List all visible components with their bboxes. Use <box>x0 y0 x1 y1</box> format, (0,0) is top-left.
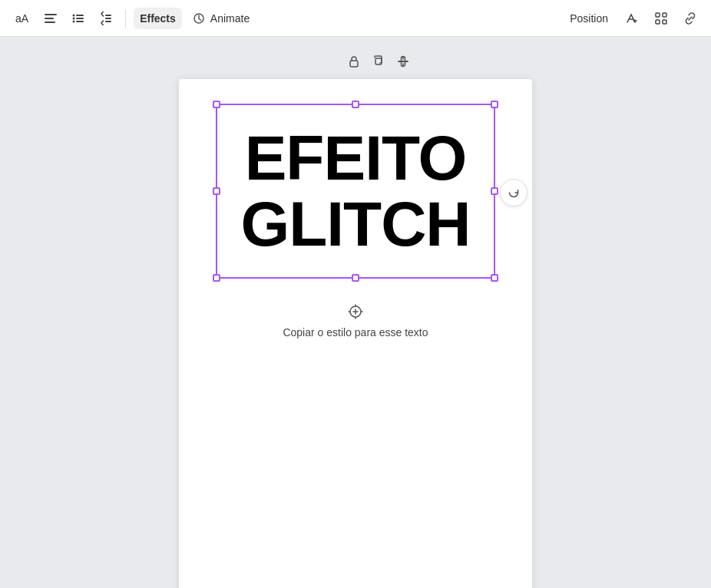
lock-icon <box>348 55 360 68</box>
svg-rect-19 <box>398 61 408 62</box>
svg-rect-9 <box>105 15 111 16</box>
toolbar: aA <box>0 0 711 37</box>
copy-style-button[interactable] <box>347 303 364 320</box>
svg-rect-10 <box>105 18 111 19</box>
glitch-text-block: EFEITO GLITCH <box>222 110 488 273</box>
svg-point-3 <box>73 14 75 16</box>
copy-style-label: Copiar o estilo para esse texto <box>283 326 428 339</box>
svg-rect-2 <box>45 21 55 23</box>
glitch-line-1: EFEITO <box>240 125 470 191</box>
svg-rect-16 <box>663 20 666 24</box>
glitch-line-2: GLITCH <box>240 191 470 257</box>
handle-bottom-right[interactable] <box>491 274 498 282</box>
canvas-top-actions <box>343 52 414 73</box>
svg-point-5 <box>73 17 75 19</box>
duplicate-button[interactable] <box>368 52 389 73</box>
svg-rect-4 <box>76 15 84 16</box>
effects-label: Effects <box>140 12 176 25</box>
list-icon <box>71 12 85 25</box>
lock-button[interactable] <box>343 52 365 73</box>
main-canvas-area: EFEITO GLITCH <box>0 37 711 588</box>
position-button[interactable]: Position <box>564 8 614 29</box>
grid-icon <box>654 12 668 25</box>
text-element[interactable]: EFEITO GLITCH <box>222 110 488 273</box>
animate-button[interactable]: Animate <box>187 8 256 29</box>
copy-style-icon <box>347 303 364 320</box>
svg-rect-11 <box>105 21 111 22</box>
svg-rect-14 <box>663 13 666 17</box>
effects-button[interactable]: Effects <box>134 8 182 29</box>
position-label: Position <box>570 12 608 25</box>
svg-rect-0 <box>45 14 57 15</box>
handle-middle-right[interactable] <box>491 187 498 195</box>
link-icon <box>683 12 697 25</box>
font-size-label: aA <box>15 12 28 25</box>
animate-icon <box>193 12 205 25</box>
svg-rect-15 <box>656 20 660 24</box>
align-button[interactable] <box>39 7 62 30</box>
svg-rect-6 <box>76 18 84 19</box>
more-icon <box>397 55 409 68</box>
font-size-button[interactable]: aA <box>9 8 35 29</box>
handle-middle-left[interactable] <box>213 187 220 195</box>
svg-rect-17 <box>350 61 358 67</box>
align-icon <box>44 12 58 25</box>
svg-rect-8 <box>76 21 84 22</box>
handle-top-middle[interactable] <box>352 101 359 108</box>
canvas-wrapper: EFEITO GLITCH <box>179 52 532 588</box>
copy-style-area: Copiar o estilo para esse texto <box>283 303 428 339</box>
more-button[interactable] <box>392 52 414 73</box>
grid-button[interactable] <box>650 7 673 30</box>
handle-bottom-left[interactable] <box>213 274 220 282</box>
svg-rect-1 <box>45 18 54 19</box>
text-style-icon <box>625 12 639 25</box>
svg-point-7 <box>73 20 75 22</box>
toolbar-left: aA <box>9 7 561 30</box>
canvas-page: EFEITO GLITCH <box>179 79 532 588</box>
link-button[interactable] <box>679 7 702 30</box>
animate-label: Animate <box>210 12 250 25</box>
handle-top-left[interactable] <box>213 101 220 108</box>
toolbar-divider-1 <box>125 9 126 28</box>
handle-top-right[interactable] <box>491 101 498 108</box>
refresh-side-button[interactable] <box>500 179 527 206</box>
refresh-side-icon <box>508 187 520 199</box>
list-button[interactable] <box>67 7 90 30</box>
handle-bottom-middle[interactable] <box>352 274 359 282</box>
line-spacing-icon <box>99 12 113 25</box>
toolbar-right: Position <box>564 7 702 30</box>
duplicate-icon <box>372 55 385 68</box>
text-style-button[interactable] <box>620 7 643 30</box>
svg-rect-13 <box>656 13 660 17</box>
line-spacing-button[interactable] <box>94 7 117 30</box>
svg-rect-18 <box>375 58 382 64</box>
